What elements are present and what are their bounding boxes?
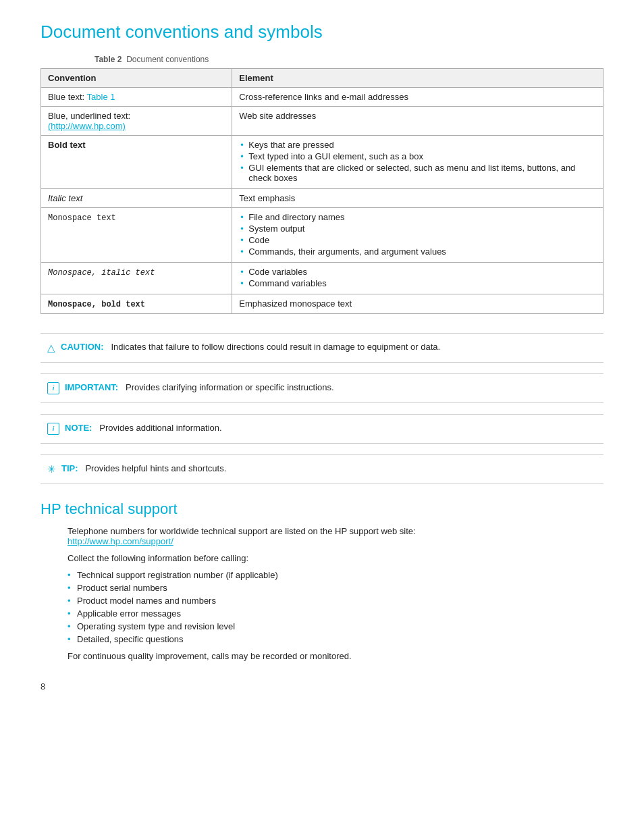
table-row: Monospace, bold text Emphasized monospac…: [41, 294, 603, 314]
convention-cell: Blue text: Table 1: [41, 88, 232, 107]
page-title: Document conventions and symbols: [41, 22, 603, 43]
table-row: Blue, underlined text: (http://www.hp.co…: [41, 107, 603, 136]
list-item: System output: [239, 224, 596, 234]
list-item: Applicable error messages: [68, 608, 603, 619]
element-cell: Web site addresses: [232, 107, 603, 136]
convention-cell: Blue, underlined text: (http://www.hp.co…: [41, 107, 232, 136]
table-row: Bold text Keys that are pressed Text typ…: [41, 136, 603, 189]
element-cell: Emphasized monospace text: [232, 294, 603, 314]
element-cell: Code variables Command variables: [232, 263, 603, 294]
important-icon: i: [47, 382, 59, 394]
list-item: Operating system type and revision level: [68, 621, 603, 631]
note-label: NOTE:: [65, 423, 92, 433]
conventions-table: Convention Element Blue text: Table 1 Cr…: [41, 68, 603, 314]
hp-support-section: HP technical support Telephone numbers f…: [41, 500, 603, 661]
element-cell: File and directory names System output C…: [232, 208, 603, 263]
tip-block: ✳ TIP: Provides helpful hints and shortc…: [41, 454, 603, 484]
page-number: 8: [41, 681, 603, 692]
important-block: i IMPORTANT: Provides clarifying informa…: [41, 373, 603, 403]
table-row: Monospace text File and directory names …: [41, 208, 603, 263]
caution-block: △ CAUTION: Indicates that failure to fol…: [41, 333, 603, 363]
list-item: Code: [239, 235, 596, 245]
element-cell: Cross-reference links and e-mail address…: [232, 88, 603, 107]
caution-label: CAUTION:: [61, 342, 104, 352]
convention-cell: Italic text: [41, 189, 232, 208]
monospace-italic-bullets: Code variables Command variables: [239, 267, 596, 288]
convention-cell: Monospace text: [41, 208, 232, 263]
list-item: GUI elements that are clicked or selecte…: [239, 163, 596, 183]
table-row: Blue text: Table 1 Cross-reference links…: [41, 88, 603, 107]
note-icon: i: [47, 423, 59, 435]
list-item: Product model names and numbers: [68, 596, 603, 606]
tip-icon: ✳: [47, 463, 56, 475]
table-row: Monospace, italic text Code variables Co…: [41, 263, 603, 294]
hp-support-list: Technical support registration number (i…: [68, 570, 603, 644]
blue-text-link[interactable]: Table 1: [87, 92, 115, 102]
table-caption: Table 2 Document conventions: [95, 55, 603, 64]
list-item: Code variables: [239, 267, 596, 277]
list-item: Technical support registration number (i…: [68, 570, 603, 580]
col-header-convention: Convention: [41, 69, 232, 88]
caution-text: Indicates that failure to follow directi…: [111, 342, 440, 352]
tip-text: Provides helpful hints and shortcuts.: [85, 463, 226, 473]
tip-label: TIP:: [61, 463, 78, 473]
bold-text-bullets: Keys that are pressed Text typed into a …: [239, 140, 596, 183]
list-item: Commands, their arguments, and argument …: [239, 246, 596, 257]
monospace-text-bullets: File and directory names System output C…: [239, 212, 596, 257]
list-item: Text typed into a GUI element, such as a…: [239, 151, 596, 161]
note-block: i NOTE: Provides additional information.: [41, 414, 603, 444]
col-header-element: Element: [232, 69, 603, 88]
caution-icon: △: [47, 342, 55, 354]
convention-cell: Monospace, bold text: [41, 294, 232, 314]
list-item: File and directory names: [239, 212, 596, 222]
hp-support-link[interactable]: http://www.hp.com/support/: [68, 536, 173, 546]
list-item: Command variables: [239, 278, 596, 288]
table-caption-label: Table 2: [95, 55, 122, 64]
list-item: Detailed, specific questions: [68, 634, 603, 644]
hp-support-title: HP technical support: [41, 500, 603, 518]
convention-cell: Bold text: [41, 136, 232, 189]
element-cell: Keys that are pressed Text typed into a …: [232, 136, 603, 189]
element-cell: Text emphasis: [232, 189, 603, 208]
hp-support-intro: Telephone numbers for worldwide technica…: [68, 526, 603, 546]
blue-underline-link[interactable]: (http://www.hp.com): [48, 121, 126, 131]
important-text: Provides clarifying information or speci…: [126, 382, 334, 392]
hp-support-footer: For continuous quality improvement, call…: [68, 651, 603, 661]
list-item: Keys that are pressed: [239, 140, 596, 150]
convention-cell: Monospace, italic text: [41, 263, 232, 294]
list-item: Product serial numbers: [68, 583, 603, 593]
hp-collect-text: Collect the following information before…: [68, 553, 603, 563]
important-label: IMPORTANT:: [65, 382, 118, 392]
table-row: Italic text Text emphasis: [41, 189, 603, 208]
note-text: Provides additional information.: [99, 423, 221, 433]
table-caption-text: Document conventions: [124, 55, 209, 64]
